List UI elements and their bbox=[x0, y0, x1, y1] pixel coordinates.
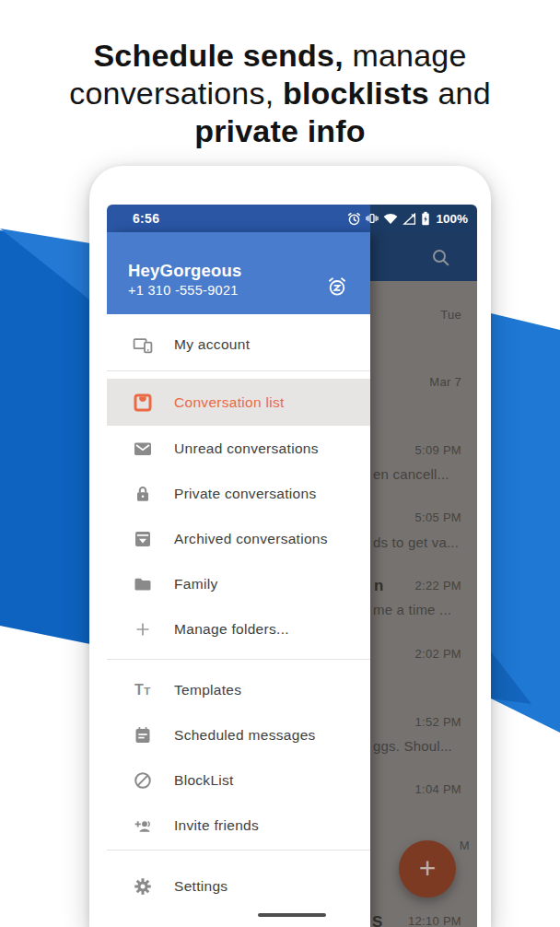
navigation-drawer: HeyGorgeous +1 310 -555-9021 bbox=[107, 232, 370, 927]
drawer-item-label: Archived conversations bbox=[174, 531, 328, 547]
drawer-scrim[interactable]: Tue Mar 7 5:09 PM en cancell... 5:05 PM … bbox=[370, 281, 477, 927]
conversation-name-fragment: n bbox=[374, 577, 383, 595]
headline-line-3: private info bbox=[0, 112, 560, 150]
block-icon bbox=[133, 770, 153, 791]
conversation-timestamp: M bbox=[460, 839, 470, 852]
home-indicator[interactable] bbox=[258, 913, 326, 917]
calendar-icon bbox=[133, 725, 153, 745]
conversation-timestamp: Mar 7 bbox=[429, 375, 461, 389]
status-icons: 100% bbox=[347, 211, 468, 226]
conversation-timestamp: 5:05 PM bbox=[414, 510, 461, 524]
conversation-snippet: en cancell... bbox=[373, 466, 449, 482]
person-add-icon bbox=[133, 816, 153, 836]
folder-icon bbox=[133, 574, 153, 594]
alarm-icon bbox=[347, 212, 361, 226]
drawer-item-invite-friends[interactable]: Invite friends bbox=[107, 803, 370, 848]
conversation-timestamp: 1:52 PM bbox=[414, 715, 461, 729]
conversation-timestamp: 2:22 PM bbox=[414, 579, 461, 593]
drawer-item-settings[interactable]: Settings bbox=[107, 863, 370, 909]
divider bbox=[107, 370, 370, 371]
svg-text:T: T bbox=[134, 682, 144, 698]
drawer-item-manage-folders[interactable]: Manage folders... bbox=[107, 606, 370, 651]
drawer-item-label: My account bbox=[174, 336, 250, 353]
app-toolbar bbox=[370, 232, 477, 281]
plus-icon: + bbox=[419, 853, 437, 883]
snooze-alarm-icon[interactable] bbox=[326, 276, 348, 298]
conversation-timestamp: 2:02 PM bbox=[414, 647, 461, 661]
drawer-item-label: Unread conversations bbox=[174, 440, 319, 457]
phone-screen: 6:56 bbox=[107, 205, 477, 927]
conversation-name-fragment: S bbox=[372, 913, 382, 927]
promo-screenshot: Schedule sends, manage conversations, bl… bbox=[0, 0, 560, 927]
drawer-item-label: Private conversations bbox=[174, 486, 316, 502]
conversation-snippet: me a time ... bbox=[373, 602, 451, 617]
mail-icon bbox=[133, 439, 153, 459]
divider bbox=[107, 850, 370, 851]
vibrate-icon bbox=[366, 212, 379, 225]
conversation-icon bbox=[133, 393, 153, 413]
archive-icon bbox=[133, 529, 153, 549]
search-icon[interactable] bbox=[431, 248, 450, 267]
drawer-item-family-folder[interactable]: Family bbox=[107, 561, 370, 606]
drawer-item-private-conversations[interactable]: Private conversations bbox=[107, 471, 370, 516]
drawer-item-label: Manage folders... bbox=[174, 621, 289, 638]
conversation-timestamp: Tue bbox=[440, 308, 461, 322]
divider bbox=[107, 659, 370, 660]
drawer-item-conversation-list[interactable]: Conversation list bbox=[107, 379, 370, 426]
left-blue-decoration bbox=[0, 229, 90, 644]
drawer-item-label: Settings bbox=[174, 878, 228, 895]
status-time: 6:56 bbox=[133, 211, 159, 226]
headline-line-1: Schedule sends, manage bbox=[0, 37, 560, 75]
status-bar: 6:56 bbox=[107, 205, 477, 232]
svg-text:T: T bbox=[144, 686, 150, 697]
drawer-item-unread-conversations[interactable]: Unread conversations bbox=[107, 426, 370, 471]
drawer-item-label: BlockList bbox=[174, 772, 234, 789]
headline: Schedule sends, manage conversations, bl… bbox=[0, 37, 560, 150]
drawer-item-scheduled-messages[interactable]: Scheduled messages bbox=[107, 712, 370, 757]
lock-icon bbox=[133, 484, 153, 504]
headline-line-2: conversations, blocklists and bbox=[0, 75, 560, 112]
drawer-item-label: Invite friends bbox=[174, 817, 259, 834]
conversation-timestamp: 5:09 PM bbox=[414, 443, 461, 457]
conversation-snippet: ds to get va... bbox=[373, 534, 459, 550]
drawer-item-my-account[interactable]: My account bbox=[107, 322, 370, 367]
wifi-icon bbox=[383, 213, 398, 224]
battery-charging-icon bbox=[421, 211, 430, 226]
drawer-item-label: Family bbox=[174, 576, 217, 593]
battery-percent: 100% bbox=[436, 212, 468, 226]
drawer-menu: My account Conversation list bbox=[107, 314, 370, 927]
no-signal-icon bbox=[402, 212, 416, 225]
drawer-item-label: Conversation list bbox=[174, 394, 285, 411]
new-conversation-fab[interactable]: + bbox=[399, 840, 456, 898]
drawer-item-templates[interactable]: TT Templates bbox=[107, 667, 370, 712]
drawer-item-archived-conversations[interactable]: Archived conversations bbox=[107, 516, 370, 561]
devices-icon bbox=[133, 334, 153, 355]
conversation-timestamp: 12:10 PM bbox=[408, 914, 461, 927]
drawer-item-blocklist[interactable]: BlockList bbox=[107, 757, 370, 803]
drawer-item-label: Scheduled messages bbox=[174, 727, 316, 744]
drawer-header: HeyGorgeous +1 310 -555-9021 bbox=[107, 232, 370, 314]
dimmed-app-background: Tue Mar 7 5:09 PM en cancell... 5:05 PM … bbox=[370, 232, 477, 927]
phone-mockup: 6:56 bbox=[89, 166, 491, 927]
conversation-timestamp: 1:04 PM bbox=[414, 782, 461, 796]
drawer-item-label: Templates bbox=[174, 682, 241, 698]
gear-icon bbox=[133, 876, 153, 897]
conversation-snippet: ggs. Shoul... bbox=[373, 738, 452, 754]
plus-icon bbox=[133, 619, 153, 640]
templates-icon: TT bbox=[133, 680, 153, 700]
